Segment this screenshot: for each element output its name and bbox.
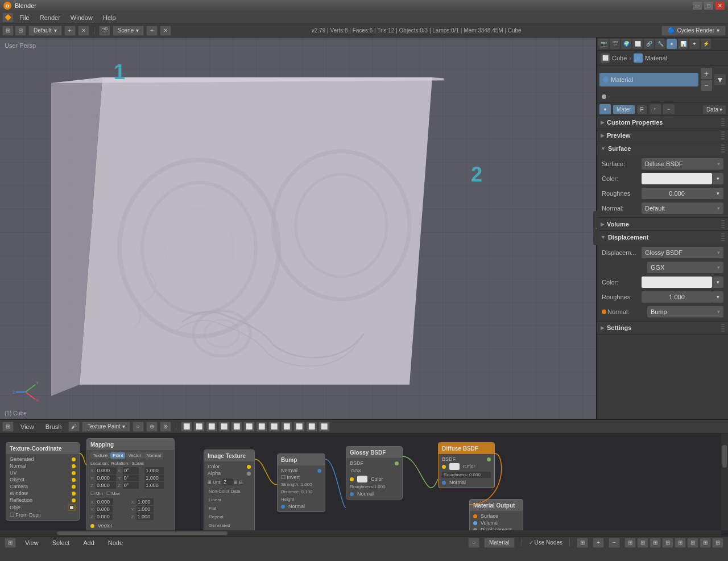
viewport-panel-toggle[interactable]: › — [593, 211, 599, 245]
menu-file[interactable]: File — [15, 13, 34, 22]
disp-roughness-options[interactable]: ▾ — [712, 291, 723, 303]
paint-icon-1[interactable]: ○ — [133, 422, 144, 432]
pi3[interactable]: ⬜ — [206, 422, 217, 432]
si5[interactable]: ⊞ — [675, 538, 686, 548]
ggx-dropdown[interactable]: GGX — [647, 262, 723, 273]
node-view-icon[interactable]: ⊞ — [2, 422, 14, 432]
si3[interactable]: ⊞ — [650, 538, 661, 548]
pi6[interactable]: ⬜ — [243, 422, 255, 432]
node-editor-canvas[interactable]: Texture-Coordinate Generated Normal UV O… — [0, 434, 728, 536]
scene-icon[interactable]: 🎬 — [99, 26, 110, 36]
displace-dropdown[interactable]: Glossy BSDF — [642, 247, 723, 258]
pi10[interactable]: ⬜ — [293, 422, 305, 432]
scene-props-icon[interactable]: 🎬 — [610, 39, 620, 49]
disp-color-picker[interactable] — [642, 277, 712, 288]
scene-remove[interactable]: ✕ — [160, 26, 171, 36]
material-name-field[interactable]: Material — [599, 73, 698, 86]
viewport-icon[interactable]: ⊞ — [2, 26, 14, 36]
physics-props-icon[interactable]: ⚡ — [701, 39, 711, 49]
pi2[interactable]: ⬜ — [193, 422, 205, 432]
status-add-menu[interactable]: Add — [78, 538, 99, 547]
settings-header[interactable]: ▶ Settings — [597, 321, 728, 334]
layout-add[interactable]: + — [64, 26, 76, 36]
node-vertical-scrollbar[interactable] — [721, 434, 728, 530]
node-horizontal-scrollbar[interactable] — [0, 530, 721, 536]
object-props-icon[interactable]: ⬜ — [632, 39, 643, 49]
disp-roughness-input[interactable]: 1.000 — [642, 291, 712, 303]
data-props-icon[interactable]: 📊 — [678, 39, 688, 49]
color-options[interactable]: ▾ — [712, 173, 723, 184]
surface-header[interactable]: ▼ Surface — [597, 142, 728, 155]
texture-coordinate-node[interactable]: Texture-Coordinate Generated Normal UV O… — [6, 442, 80, 521]
bump-node[interactable]: Bump Normal ☐ Invert Strength: 1.000 Dis… — [277, 453, 325, 512]
displacement-header[interactable]: ▼ Displacement — [597, 231, 728, 244]
material-props-icon[interactable]: ● — [667, 39, 677, 49]
constraint-props-icon[interactable]: 🔗 — [644, 39, 654, 49]
roughness-input[interactable]: 0.000 — [642, 188, 712, 199]
paint-icon-2[interactable]: ⊕ — [146, 422, 158, 432]
maximize-button[interactable]: □ — [704, 2, 713, 10]
close-button[interactable]: ✕ — [715, 2, 725, 10]
menu-help[interactable]: Help — [98, 13, 121, 22]
pi4[interactable]: ⬜ — [218, 422, 230, 432]
texture-paint-icon[interactable]: 🖌 — [68, 422, 80, 432]
pi11[interactable]: ⬜ — [306, 422, 317, 432]
f-button[interactable]: F — [637, 105, 647, 114]
layout-dropdown[interactable]: Default ▾ — [28, 26, 62, 36]
node-scrollbar-thumb[interactable] — [57, 531, 228, 535]
status-select-menu[interactable]: Select — [48, 538, 75, 547]
material-extra-button[interactable]: ▼ — [714, 74, 726, 85]
remove-material-icon[interactable]: − — [663, 104, 675, 114]
disp-normal-dropdown[interactable]: Bump — [647, 306, 723, 317]
pi5[interactable]: ⬜ — [231, 422, 242, 432]
pi9[interactable]: ⬜ — [281, 422, 292, 432]
minimize-button[interactable]: — — [693, 2, 702, 10]
volume-header[interactable]: ▶ Volume — [597, 218, 728, 230]
status-icon-4[interactable]: − — [609, 538, 620, 548]
si8[interactable]: ⊞ — [712, 538, 723, 548]
si7[interactable]: ⊞ — [700, 538, 711, 548]
pi8[interactable]: ⬜ — [268, 422, 280, 432]
si2[interactable]: ⊞ — [637, 538, 648, 548]
texture-paint-dropdown[interactable]: Texture Paint ▾ — [82, 422, 130, 432]
mater-tab[interactable]: Mater — [613, 105, 635, 114]
scene-add[interactable]: + — [146, 26, 158, 36]
render-props-icon[interactable]: 📷 — [598, 39, 609, 49]
titlebar-controls[interactable]: — □ ✕ — [693, 2, 725, 10]
roughness-options[interactable]: ▾ — [712, 188, 723, 199]
layout-remove[interactable]: ✕ — [78, 26, 89, 36]
normal-dropdown[interactable]: Default — [642, 203, 723, 214]
pi12[interactable]: ⬜ — [318, 422, 330, 432]
particle-props-icon[interactable]: ✦ — [689, 39, 700, 49]
node-type-icon[interactable]: ○ — [468, 538, 479, 548]
pi1[interactable]: ⬜ — [181, 422, 192, 432]
use-nodes-toggle[interactable]: ✓ Use Nodes — [529, 539, 562, 546]
preview-header[interactable]: ▶ Preview — [597, 129, 728, 142]
menu-window[interactable]: Window — [66, 13, 97, 22]
blender-menu-icon[interactable]: 🔶 — [2, 13, 14, 23]
node-vertical-scrollbar-thumb[interactable] — [722, 445, 727, 468]
material-remove-button[interactable]: − — [701, 80, 712, 91]
material-node-dropdown[interactable]: Material — [484, 538, 515, 548]
material-tab-icon[interactable]: ● — [599, 104, 611, 114]
color-picker[interactable] — [642, 173, 712, 184]
render-engine-dropdown[interactable]: 🔵 Cycles Render ▾ — [661, 26, 726, 36]
node-brush-menu[interactable]: Brush — [41, 422, 67, 431]
glossy-bsdf-node[interactable]: Glossy BSDF BSDF GGX Color Roughness:1.0… — [346, 446, 403, 500]
custom-properties-header[interactable]: ▶ Custom Properties — [597, 116, 728, 129]
node-view-menu[interactable]: View — [16, 422, 39, 431]
status-icon-3[interactable]: + — [593, 538, 604, 548]
si4[interactable]: ⊞ — [662, 538, 673, 548]
status-icon-1[interactable]: ⊞ — [5, 538, 16, 548]
status-icon-2[interactable]: ⊞ — [577, 538, 588, 548]
disp-color-options[interactable]: ▾ — [712, 277, 723, 288]
pi7[interactable]: ⬜ — [256, 422, 267, 432]
world-props-icon[interactable]: 🌍 — [621, 39, 631, 49]
viewport-icon2[interactable]: ⊟ — [15, 26, 26, 36]
3d-viewport[interactable]: User Persp — [0, 38, 597, 419]
si6[interactable]: ⊞ — [687, 538, 698, 548]
si1[interactable]: ⊞ — [624, 538, 636, 548]
surface-dropdown[interactable]: Diffuse BSDF — [642, 158, 723, 170]
image-texture-node[interactable]: Image Texture Color Alpha ⊞ Unt: ⊞ ⊟ Non… — [204, 449, 255, 536]
diffuse-bsdf-node[interactable]: Diffuse BSDF BSDF Color Roughness: 0.000… — [438, 442, 495, 488]
